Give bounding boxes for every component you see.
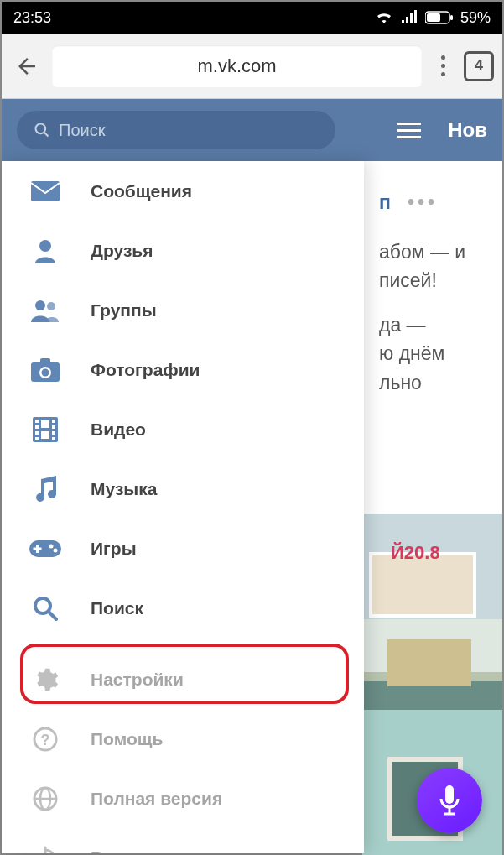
sidebar-item-full-version[interactable]: Полная версия xyxy=(2,769,364,828)
battery-percent: 59% xyxy=(460,9,491,27)
microphone-icon xyxy=(437,784,462,817)
svg-rect-10 xyxy=(40,358,50,364)
power-icon xyxy=(29,842,62,854)
svg-rect-23 xyxy=(41,431,49,439)
sidebar-item-label: Музыка xyxy=(91,479,157,499)
music-icon xyxy=(29,472,62,506)
svg-text:?: ? xyxy=(41,732,50,748)
sidebar-item-groups[interactable]: Группы xyxy=(2,280,364,340)
sidebar-item-label: Друзья xyxy=(91,241,153,261)
svg-line-30 xyxy=(49,612,56,619)
battery-icon xyxy=(425,11,454,24)
svg-rect-1 xyxy=(427,13,440,22)
users-icon xyxy=(29,294,62,327)
svg-rect-26 xyxy=(34,547,42,550)
search-input[interactable]: Поиск xyxy=(17,111,335,149)
tab-count-value: 4 xyxy=(475,57,483,75)
status-time: 23:53 xyxy=(13,9,51,27)
user-icon xyxy=(29,234,62,268)
sidebar-item-label: Поиск xyxy=(91,598,143,618)
android-status-bar: 23:53 59% xyxy=(2,2,502,34)
sidebar-item-help[interactable]: ? Помощь xyxy=(2,709,364,769)
svg-rect-20 xyxy=(52,431,55,435)
sidebar-item-label: Игры xyxy=(91,539,137,559)
svg-rect-21 xyxy=(52,437,55,440)
search-placeholder: Поиск xyxy=(59,121,105,140)
sidebar-item-label: Сообщения xyxy=(91,181,192,201)
sidebar-item-label: Помощь xyxy=(91,729,163,749)
mail-icon xyxy=(29,175,62,208)
voice-search-fab[interactable] xyxy=(417,768,482,833)
post-text-fragment: ю днём xyxy=(379,339,486,368)
sidebar-menu: Сообщения Друзья Группы Фотографии xyxy=(2,161,364,853)
svg-point-7 xyxy=(35,300,45,310)
svg-rect-5 xyxy=(31,181,60,201)
browser-back-button[interactable] xyxy=(10,50,44,83)
browser-menu-button[interactable] xyxy=(430,55,455,76)
svg-point-28 xyxy=(54,548,58,552)
status-indicators: 59% xyxy=(375,9,491,27)
post-author-fragment: п xyxy=(379,188,391,217)
search-icon xyxy=(29,592,62,625)
post-text-fragment: абом — и xyxy=(379,237,486,267)
svg-point-6 xyxy=(39,240,51,252)
image-badge: Й20.8 xyxy=(391,542,440,564)
post-text-fragment: льно xyxy=(379,368,486,398)
sidebar-item-label: Видео xyxy=(91,420,146,440)
film-icon xyxy=(29,413,62,446)
svg-rect-19 xyxy=(52,425,55,429)
vk-header: Поиск Нов xyxy=(2,99,502,161)
page-title: Нов xyxy=(448,118,487,142)
help-icon: ? xyxy=(29,722,62,756)
sidebar-item-friends[interactable]: Друзья xyxy=(2,221,364,280)
svg-rect-22 xyxy=(41,420,49,428)
post-options-icon[interactable]: ••• xyxy=(408,188,438,217)
globe-icon xyxy=(29,782,62,816)
svg-rect-16 xyxy=(35,431,39,435)
svg-rect-38 xyxy=(445,785,454,804)
search-icon xyxy=(34,122,50,138)
svg-rect-15 xyxy=(35,425,39,429)
svg-point-3 xyxy=(36,124,46,134)
svg-point-8 xyxy=(47,302,55,310)
post-text-fragment: да — xyxy=(379,310,486,340)
gear-icon xyxy=(29,663,62,696)
tab-switcher-button[interactable]: 4 xyxy=(464,51,494,81)
svg-rect-17 xyxy=(35,437,39,440)
svg-rect-18 xyxy=(52,420,55,423)
camera-icon xyxy=(29,353,62,387)
sidebar-item-games[interactable]: Игры xyxy=(2,519,364,578)
sidebar-item-label: Полная версия xyxy=(91,789,222,809)
sidebar-item-search[interactable]: Поиск xyxy=(2,578,364,638)
sidebar-item-logout[interactable]: Выход xyxy=(2,828,364,853)
svg-rect-14 xyxy=(35,420,39,423)
url-text: m.vk.com xyxy=(197,55,276,77)
hamburger-menu-button[interactable] xyxy=(397,118,421,143)
wifi-icon xyxy=(375,10,393,25)
sidebar-item-label: Настройки xyxy=(91,670,184,690)
svg-point-12 xyxy=(42,368,49,376)
sidebar-item-music[interactable]: Музыка xyxy=(2,459,364,519)
signal-icon xyxy=(400,10,418,25)
svg-rect-2 xyxy=(450,15,453,20)
svg-point-27 xyxy=(49,544,54,548)
browser-toolbar: m.vk.com 4 xyxy=(2,34,502,99)
sidebar-item-label: Выход xyxy=(91,848,149,854)
sidebar-item-label: Фотографии xyxy=(91,360,200,380)
sidebar-item-label: Группы xyxy=(91,300,157,321)
sidebar-item-videos[interactable]: Видео xyxy=(2,399,364,459)
svg-line-4 xyxy=(44,133,49,137)
gamepad-icon xyxy=(29,532,62,566)
sidebar-item-messages[interactable]: Сообщения xyxy=(2,161,364,221)
post-text-fragment: писей! xyxy=(379,266,486,295)
sidebar-item-settings[interactable]: Настройки xyxy=(2,649,364,709)
url-bar[interactable]: m.vk.com xyxy=(52,45,422,87)
sidebar-item-photos[interactable]: Фотографии xyxy=(2,340,364,399)
